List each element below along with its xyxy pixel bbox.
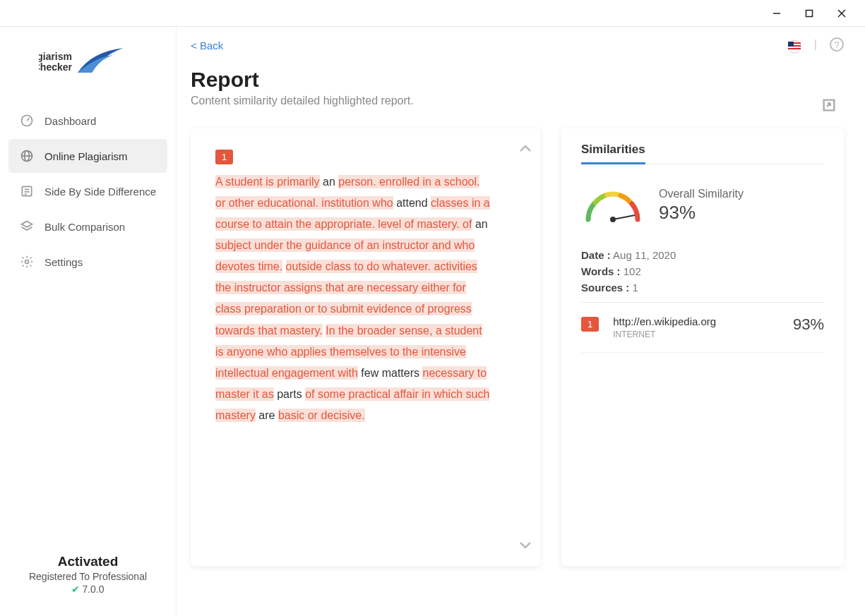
plain-text: few matters: [358, 367, 423, 379]
date-label: Date :: [581, 249, 611, 261]
gauge-icon: [581, 184, 645, 227]
svg-rect-1: [806, 10, 813, 16]
overall-similarity-row: Overall Similarity 93%: [581, 184, 824, 227]
svg-rect-19: [788, 42, 794, 47]
help-icon[interactable]: ?: [830, 37, 844, 52]
highlighted-text: basic or decisive.: [278, 409, 365, 422]
plain-text: are: [256, 409, 278, 421]
layers-icon: [19, 219, 35, 234]
sidebar-item-label: Online Plagiarism: [44, 150, 128, 162]
plain-text: an: [472, 218, 487, 230]
report-text-panel: 1 A student is primarily an person. enro…: [191, 128, 540, 566]
plain-text: parts: [274, 388, 305, 400]
source-url: http://en.wikipedia.org: [613, 315, 793, 327]
source-badge: 1: [581, 317, 599, 332]
compare-icon: [19, 183, 35, 199]
window-titlebar: [0, 0, 865, 27]
svg-text:Checker: Checker: [39, 61, 73, 73]
back-link[interactable]: < Back: [191, 40, 223, 52]
sidebar-item-dashboard[interactable]: Dashboard: [8, 104, 167, 138]
date-value: Aug 11, 2020: [613, 249, 676, 261]
sidebar-item-settings[interactable]: Settings: [8, 245, 167, 279]
svg-point-14: [25, 260, 29, 264]
close-button[interactable]: [825, 3, 858, 24]
report-metadata: Date : Aug 11, 2020 Words : 102 Sources …: [581, 249, 824, 294]
gear-icon: [19, 254, 35, 270]
source-row[interactable]: 1http://en.wikipedia.orgINTERNET93%: [581, 303, 824, 353]
main-content: < Back | ? Report Content similarity det…: [177, 27, 865, 616]
svg-rect-18: [788, 48, 801, 49]
sidebar-item-online-plagiarism[interactable]: Online Plagiarism: [8, 139, 167, 173]
sidebar-item-label: Dashboard: [44, 115, 96, 127]
page-subtitle: Content similarity detailed highlighted …: [191, 95, 844, 107]
maximize-button[interactable]: [793, 3, 825, 24]
scroll-down-button[interactable]: [519, 538, 532, 553]
sidebar-item-bulk[interactable]: Bulk Comparison: [8, 210, 167, 243]
sources-label: Sources :: [581, 282, 629, 294]
similarities-heading: Similarities: [581, 143, 645, 164]
header-controls: | ?: [787, 37, 844, 52]
sidebar-footer: Activated Registered To Professional ✔ 7…: [0, 540, 176, 616]
overall-similarity-label: Overall Similarity: [659, 188, 744, 200]
svg-line-21: [613, 215, 635, 219]
check-icon: ✔: [71, 584, 80, 595]
similarities-panel: Similarities: [561, 128, 844, 566]
minimize-button[interactable]: [760, 3, 793, 24]
gauge-icon: [19, 113, 35, 128]
scroll-up-button[interactable]: [519, 141, 532, 156]
match-badge[interactable]: 1: [215, 150, 233, 164]
report-text: A student is primarily an person. enroll…: [215, 171, 491, 426]
plain-text: attend: [393, 197, 431, 209]
overall-similarity-value: 93%: [659, 202, 744, 224]
sources-list: 1http://en.wikipedia.orgINTERNET93%: [581, 303, 824, 353]
sidebar-item-label: Bulk Comparison: [44, 221, 125, 233]
sidebar-item-label: Settings: [44, 256, 83, 268]
svg-text:Plagiarism: Plagiarism: [39, 51, 72, 62]
highlighted-text: A student is primarily: [215, 175, 320, 188]
words-value: 102: [624, 265, 641, 277]
words-label: Words :: [581, 265, 621, 277]
sidebar: Plagiarism Checker Dashboard Online Plag…: [0, 27, 177, 616]
source-percentage: 93%: [793, 315, 824, 334]
plain-text: an: [320, 176, 339, 188]
page-title: Report: [191, 68, 844, 92]
language-flag-icon[interactable]: [787, 40, 801, 49]
sidebar-nav: Dashboard Online Plagiarism Side By Side…: [0, 97, 176, 540]
source-type: INTERNET: [613, 330, 793, 339]
sidebar-item-side-by-side[interactable]: Side By Side Difference: [8, 174, 167, 208]
export-icon[interactable]: [821, 97, 837, 116]
app-logo: Plagiarism Checker: [0, 27, 176, 97]
sources-value: 1: [633, 282, 638, 294]
activation-status: Activated: [7, 554, 169, 569]
sidebar-item-label: Side By Side Difference: [44, 186, 156, 198]
version-label: ✔ 7.0.0: [7, 584, 169, 595]
divider: |: [814, 38, 817, 51]
plain-text: [282, 260, 285, 272]
globe-icon: [19, 148, 35, 164]
registration-label: Registered To Professional: [7, 571, 169, 582]
